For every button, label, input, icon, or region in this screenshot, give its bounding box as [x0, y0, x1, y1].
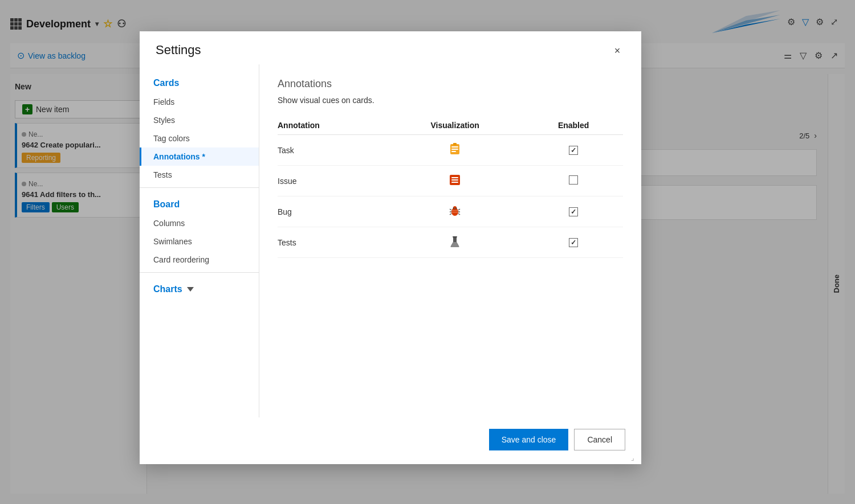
svg-line-17: [458, 209, 460, 210]
charts-expand-icon[interactable]: [187, 287, 194, 292]
task-icon: [449, 143, 461, 155]
bug-enabled-cell[interactable]: [524, 196, 623, 227]
nav-item-tests[interactable]: Tests: [140, 166, 259, 184]
save-close-button[interactable]: Save and close: [489, 429, 569, 450]
nav-item-card-reordering[interactable]: Card reordering: [140, 251, 259, 269]
nav-item-styles[interactable]: Styles: [140, 111, 259, 129]
svg-rect-25: [453, 236, 457, 237]
task-visualization: [386, 135, 524, 166]
nav-section-cards[interactable]: Cards: [140, 70, 259, 93]
nav-section-board[interactable]: Board: [140, 191, 259, 214]
col-header-annotation: Annotation: [278, 116, 386, 135]
table-row-task: Task: [278, 135, 623, 166]
modal-nav: Cards Fields Styles Tag colors Annotatio…: [140, 64, 259, 417]
svg-rect-6: [451, 151, 456, 152]
svg-rect-7: [453, 143, 457, 145]
bug-label: Bug: [278, 196, 386, 227]
svg-rect-10: [451, 179, 458, 181]
annotations-table: Annotation Visualization Enabled Task: [278, 116, 623, 258]
task-label: Task: [278, 135, 386, 166]
svg-line-19: [458, 214, 460, 215]
nav-section-charts-area[interactable]: Charts: [140, 276, 259, 297]
modal-content: Annotations Show visual cues on cards. A…: [259, 64, 641, 417]
svg-rect-4: [451, 146, 458, 147]
tests-visualization: [386, 227, 524, 258]
svg-line-16: [450, 214, 451, 215]
col-header-enabled: Enabled: [524, 116, 623, 135]
nav-divider-2: [140, 272, 259, 273]
nav-section-charts[interactable]: Charts: [153, 284, 182, 294]
table-row-bug: Bug: [278, 196, 623, 227]
issue-icon: [449, 174, 461, 186]
issue-visualization: [386, 166, 524, 196]
cancel-button[interactable]: Cancel: [574, 429, 625, 450]
nav-item-swimlanes[interactable]: Swimlanes: [140, 232, 259, 251]
nav-item-fields[interactable]: Fields: [140, 93, 259, 111]
issue-label: Issue: [278, 166, 386, 196]
bug-icon: [449, 204, 461, 217]
svg-line-14: [450, 209, 451, 210]
table-row-tests: Tests: [278, 227, 623, 258]
task-enabled-cell[interactable]: [524, 135, 623, 166]
svg-rect-5: [451, 149, 458, 150]
issue-enabled-cell[interactable]: [524, 166, 623, 196]
resize-handle[interactable]: ⌟: [631, 454, 639, 462]
nav-item-tag-colors[interactable]: Tag colors: [140, 129, 259, 147]
svg-rect-11: [451, 182, 458, 183]
modal-header: Settings ×: [140, 31, 641, 59]
col-header-visualization: Visualization: [386, 116, 524, 135]
modal-title: Settings: [156, 43, 201, 58]
table-row-issue: Issue: [278, 166, 623, 196]
nav-item-columns[interactable]: Columns: [140, 214, 259, 232]
close-button[interactable]: ×: [609, 43, 625, 59]
tests-enabled-cell[interactable]: [524, 227, 623, 258]
svg-point-21: [456, 208, 457, 209]
nav-item-annotations[interactable]: Annotations *: [140, 147, 259, 166]
settings-modal: Settings × Cards Fields Styles Tag color…: [140, 31, 641, 464]
task-checkbox[interactable]: [569, 146, 578, 155]
annotations-description: Show visual cues on cards.: [278, 96, 623, 105]
nav-divider-1: [140, 187, 259, 188]
tests-icon: [449, 235, 461, 248]
bug-visualization: [386, 196, 524, 227]
svg-rect-9: [451, 177, 458, 178]
tests-checkbox[interactable]: [569, 238, 578, 247]
tests-label: Tests: [278, 227, 386, 258]
annotations-section-title: Annotations: [278, 78, 623, 90]
modal-body: Cards Fields Styles Tag colors Annotatio…: [140, 64, 641, 417]
modal-footer: Save and close Cancel: [140, 417, 641, 464]
issue-checkbox[interactable]: [569, 175, 578, 185]
svg-point-20: [453, 208, 454, 209]
bug-checkbox[interactable]: [569, 207, 578, 216]
